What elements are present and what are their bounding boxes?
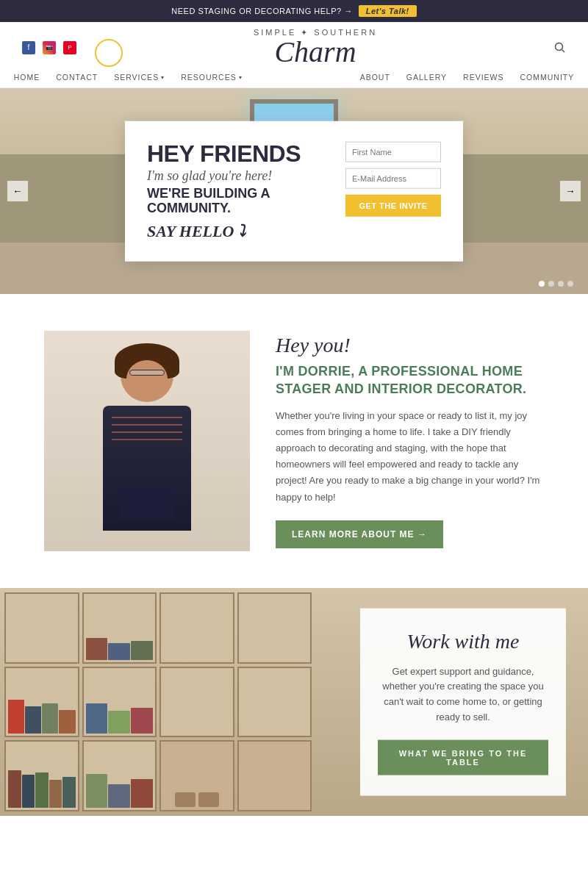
nav-community[interactable]: COMMUNITY bbox=[520, 73, 575, 82]
shelf-cell-baskets bbox=[159, 740, 234, 811]
hero-headline: HEY FRIENDS bbox=[147, 142, 331, 165]
arrow-icon: ⤵ bbox=[237, 221, 245, 240]
svg-point-0 bbox=[556, 43, 563, 50]
dot-4[interactable] bbox=[567, 281, 573, 287]
hero-section: ← HEY FRIENDS I'm so glad you're here! W… bbox=[0, 88, 588, 294]
shelf-cell bbox=[237, 667, 312, 738]
nav-reviews[interactable]: REVIEWS bbox=[463, 73, 503, 82]
instagram-icon[interactable]: 📷 bbox=[43, 41, 56, 54]
say-hello: SAY HELLO ⤵ bbox=[147, 221, 331, 240]
banner-text: NEED STAGING OR DECORATING HELP? → bbox=[171, 7, 352, 15]
work-section: Work with me Get expert support and guid… bbox=[0, 588, 588, 816]
facebook-icon[interactable]: f bbox=[22, 41, 35, 54]
header: f 📷 P SIMPLE ✦ SOUTHERN Charm HOME CONTA… bbox=[0, 22, 588, 88]
hero-card-left: HEY FRIENDS I'm so glad you're here! WE'… bbox=[147, 142, 331, 241]
dot-2[interactable] bbox=[548, 281, 554, 287]
search-icon[interactable] bbox=[554, 42, 566, 54]
nav-home[interactable]: HOME bbox=[14, 73, 40, 82]
logo-script: Charm bbox=[76, 37, 554, 67]
about-title: I'M DORRIE, A PROFESSIONAL HOME STAGER A… bbox=[276, 363, 544, 398]
hero-subheadline: WE'RE BUILDING A COMMUNITY. bbox=[147, 187, 331, 216]
work-with-me-body: Get expert support and guidance, whether… bbox=[378, 664, 548, 725]
shelf-cell bbox=[237, 740, 312, 811]
nav-services[interactable]: SERVICES ▾ bbox=[114, 73, 165, 82]
chevron-down-icon: ▾ bbox=[239, 74, 243, 81]
nav-gallery[interactable]: GALLERY bbox=[406, 73, 447, 82]
main-nav: HOME CONTACT SERVICES ▾ RESOURCES ▾ ABOU… bbox=[22, 67, 566, 87]
hero-script: I'm so glad you're here! bbox=[147, 168, 331, 184]
about-photo bbox=[44, 331, 250, 551]
first-name-input[interactable] bbox=[345, 142, 441, 162]
about-text: Hey you! I'M DORRIE, A PROFESSIONAL HOME… bbox=[276, 334, 544, 548]
shelf-cell bbox=[4, 592, 79, 664]
shelf-cell bbox=[237, 592, 312, 664]
hey-you-text: Hey you! bbox=[276, 334, 544, 357]
hero-form: GET THE INVITE bbox=[345, 142, 441, 241]
svg-line-1 bbox=[562, 49, 565, 52]
learn-more-button[interactable]: LEARN MORE ABOUT ME → bbox=[276, 520, 443, 548]
shelf-cell bbox=[4, 667, 79, 738]
dot-1[interactable] bbox=[539, 281, 545, 287]
social-icons: f 📷 P bbox=[22, 41, 76, 54]
about-body: Whether you're living in your space or r… bbox=[276, 408, 544, 506]
banner-link[interactable]: Let's Talk! bbox=[359, 5, 417, 17]
slider-arrow-left[interactable]: ← bbox=[7, 181, 28, 201]
nav-resources[interactable]: RESOURCES ▾ bbox=[181, 73, 243, 82]
shelf-cell bbox=[82, 592, 157, 664]
nav-about[interactable]: ABOUT bbox=[360, 73, 390, 82]
get-invite-button[interactable]: GET THE INVITE bbox=[345, 195, 441, 217]
nav-right: ABOUT GALLERY REVIEWS COMMUNITY bbox=[360, 73, 575, 82]
hero-card: HEY FRIENDS I'm so glad you're here! WE'… bbox=[125, 121, 463, 262]
slider-dots bbox=[539, 281, 573, 287]
slider-arrow-right[interactable]: → bbox=[560, 181, 581, 201]
nav-left: HOME CONTACT SERVICES ▾ RESOURCES ▾ bbox=[14, 73, 243, 82]
what-we-bring-button[interactable]: WHAT WE BRING TO THE TABLE bbox=[378, 739, 548, 775]
chevron-down-icon: ▾ bbox=[161, 74, 165, 81]
email-input[interactable] bbox=[345, 168, 441, 189]
top-banner: NEED STAGING OR DECORATING HELP? → Let's… bbox=[0, 0, 588, 22]
work-with-me-title: Work with me bbox=[378, 629, 548, 654]
shelf-cell bbox=[159, 592, 234, 664]
pinterest-icon[interactable]: P bbox=[63, 41, 76, 54]
logo-area: SIMPLE ✦ SOUTHERN Charm bbox=[76, 28, 554, 67]
shelf-cell bbox=[82, 667, 157, 738]
shelf-cell bbox=[4, 740, 79, 811]
work-card: Work with me Get expert support and guid… bbox=[360, 609, 566, 796]
shelf-cell bbox=[82, 740, 157, 811]
shelf-cell bbox=[159, 667, 234, 738]
about-section: Hey you! I'M DORRIE, A PROFESSIONAL HOME… bbox=[0, 294, 588, 588]
dot-3[interactable] bbox=[558, 281, 564, 287]
nav-contact[interactable]: CONTACT bbox=[56, 73, 98, 82]
